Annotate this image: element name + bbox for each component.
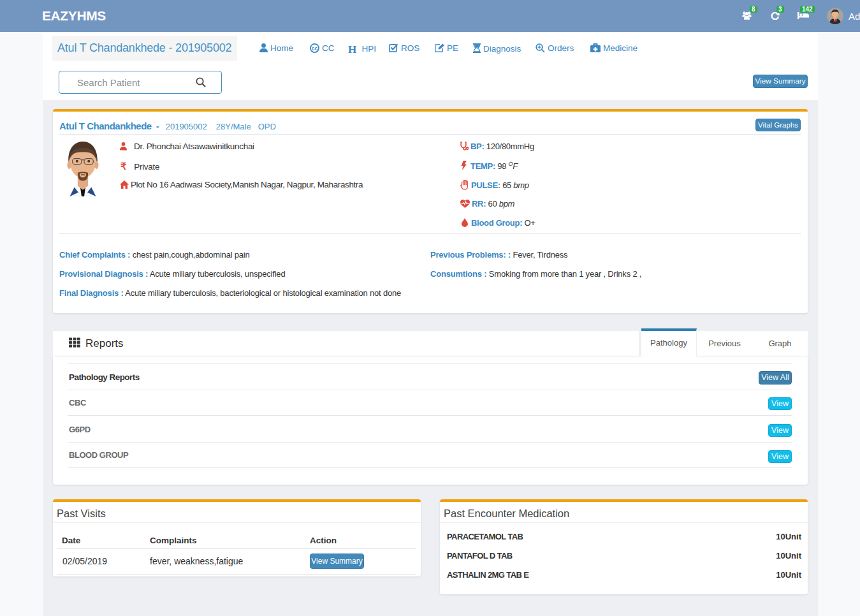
svg-text:cc: cc [311, 45, 317, 52]
